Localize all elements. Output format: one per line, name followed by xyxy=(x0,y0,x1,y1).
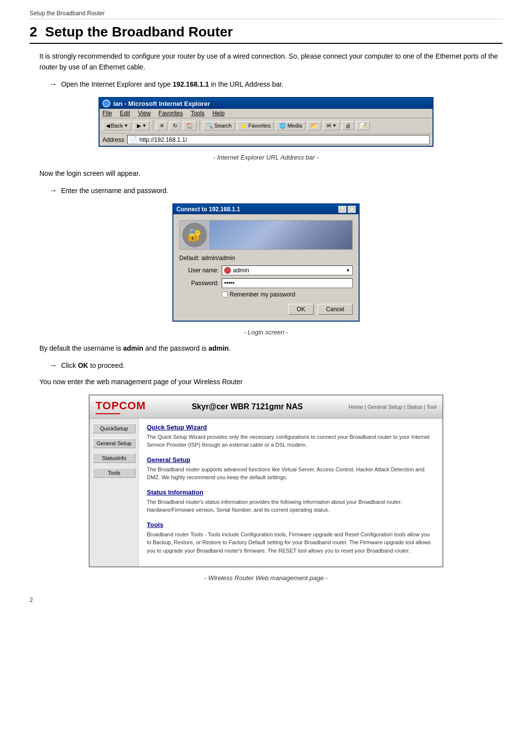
ie-title-bar: lan - Microsoft Internet Explorer xyxy=(100,98,432,109)
ie-toolbar: ◀ Back ▼ ▶ ▼ ✕ ↻ 🏠 🔍 Search ⭐ Favorites … xyxy=(100,118,432,133)
ie-star-icon: ⭐ xyxy=(240,123,247,129)
router-logo-area: TOPCOM xyxy=(96,399,146,414)
statusinfo-button[interactable]: StatusInfo xyxy=(93,453,135,463)
generalsetup-title: General Setup xyxy=(147,456,434,463)
ie-title-text: lan - Microsoft Internet Explorer xyxy=(113,100,210,107)
ie-title-icon xyxy=(102,99,110,107)
ie-address-label: Address xyxy=(102,136,124,143)
username-label: User name: xyxy=(179,267,219,274)
dialog-title-text: Connect to 192.168.1.1 xyxy=(176,206,240,213)
tools-text: Broadband router Tools - Tools include C… xyxy=(147,530,434,555)
status-title: Status Information xyxy=(147,489,434,496)
ie-favorites-button[interactable]: ⭐ Favorites xyxy=(237,121,274,131)
breadcrumb: Setup the Broadband Router xyxy=(30,10,502,19)
ie-menu-bar[interactable]: File Edit View Favorites Tools Help xyxy=(100,109,432,118)
ie-history-button[interactable]: 📂 xyxy=(307,121,321,131)
router-body: QuickSetup General Setup StatusInfo Tool… xyxy=(90,419,442,567)
dialog-body: 🔐 Default: admin/admin User name: admin … xyxy=(173,214,359,321)
router-model: Skyr@cer WBR 7121gmr NAS xyxy=(192,402,302,411)
general-setup-button[interactable]: General Setup xyxy=(93,438,135,448)
ie-edit-button[interactable]: 📝 xyxy=(356,121,370,131)
username-dropdown-icon[interactable]: ▼ xyxy=(346,268,350,273)
router-section-generalsetup: General Setup The Broadband router suppo… xyxy=(147,456,434,482)
router-logo: TOPCOM xyxy=(96,399,146,412)
ie-menu-file[interactable]: File xyxy=(102,110,112,117)
ie-forward-button[interactable]: ▶ ▼ xyxy=(133,121,150,131)
router-page-screenshot: TOPCOM Skyr@cer WBR 7121gmr NAS Home | G… xyxy=(89,394,443,568)
remember-label: Remember my password xyxy=(230,291,295,298)
quicksetup-text: The Quick Setup Wizard provides only the… xyxy=(147,433,434,449)
quicksetup-title: Quick Setup Wizard xyxy=(147,424,434,431)
default-info-text: By default the username is admin and the… xyxy=(39,343,502,354)
router-section-quicksetup: Quick Setup Wizard The Quick Setup Wizar… xyxy=(147,424,434,449)
chapter-number: 2 xyxy=(30,24,37,40)
remember-checkbox[interactable] xyxy=(222,292,228,297)
ie-refresh-button[interactable]: ↻ xyxy=(169,121,181,131)
ie-media-button[interactable]: 🌐 Media xyxy=(276,121,305,131)
ie-back-button[interactable]: ◀ Back ▼ xyxy=(102,121,132,131)
password-label: Password: xyxy=(179,280,219,287)
intro-text: It is strongly recommended to configure … xyxy=(39,51,502,73)
ie-address-value[interactable]: http://192.168.1.1/ xyxy=(139,136,187,143)
lock-icon: 🔐 xyxy=(182,223,207,247)
router-caption: - Wireless Router Web management page - xyxy=(30,574,502,582)
username-value: admin xyxy=(233,267,249,274)
dialog-icon-area: 🔐 xyxy=(179,220,353,250)
ie-browser-screenshot: lan - Microsoft Internet Explorer File E… xyxy=(99,97,433,147)
router-header: TOPCOM Skyr@cer WBR 7121gmr NAS Home | G… xyxy=(90,395,442,419)
dialog-title-buttons: ? ✕ xyxy=(338,206,356,213)
remember-row: Remember my password xyxy=(222,291,353,298)
ie-toolbar-separator2 xyxy=(200,120,200,131)
cancel-button[interactable]: Cancel xyxy=(318,304,353,315)
status-text: The Broadband router's status informatio… xyxy=(147,498,434,514)
ie-back-icon: ◀ xyxy=(106,123,110,129)
ie-menu-edit[interactable]: Edit xyxy=(120,110,130,117)
ie-toolbar-separator1 xyxy=(153,120,153,131)
ie-media-icon: 🌐 xyxy=(279,123,286,129)
user-icon xyxy=(224,267,231,274)
step1-arrow: → Open the Internet Explorer and type 19… xyxy=(49,78,502,91)
ie-back-arrow: ▼ xyxy=(124,123,128,128)
username-input[interactable]: admin ▼ xyxy=(222,265,353,275)
ie-home-icon: 🏠 xyxy=(186,123,193,129)
ie-history-icon: 📂 xyxy=(311,123,318,129)
dialog-close-button[interactable]: ✕ xyxy=(348,206,356,213)
login-dialog-wrapper: Connect to 192.168.1.1 ? ✕ 🔐 Default: ad… xyxy=(30,203,502,322)
ie-menu-favorites[interactable]: Favorites xyxy=(159,110,183,117)
ie-menu-view[interactable]: View xyxy=(138,110,151,117)
ie-caption: - Internet Explorer URL Address bar - xyxy=(30,154,502,161)
quicksetup-button[interactable]: QuickSetup xyxy=(93,424,135,433)
ie-stop-button[interactable]: ✕ xyxy=(156,121,167,131)
tools-button[interactable]: Tools xyxy=(93,468,135,478)
step3-arrow: → Click OK to proceed. xyxy=(49,359,502,372)
ie-mail-button[interactable]: ✉ ▼ xyxy=(323,121,340,131)
router-sidebar: QuickSetup General Setup StatusInfo Tool… xyxy=(90,419,139,567)
login-intro-text: Now the login screen will appear. xyxy=(39,168,502,179)
router-content: Quick Setup Wizard The Quick Setup Wizar… xyxy=(139,419,442,567)
ie-address-page-icon: 📄 xyxy=(130,136,137,143)
ok-button[interactable]: OK xyxy=(288,304,313,315)
ie-print-button[interactable]: 🖨 xyxy=(342,121,354,130)
ie-home-button[interactable]: 🏠 xyxy=(183,121,197,131)
password-input[interactable]: ••••• xyxy=(222,278,353,288)
username-row: User name: admin ▼ xyxy=(179,265,353,275)
dialog-buttons: OK Cancel xyxy=(179,304,353,315)
ie-forward-icon: ▶ xyxy=(137,123,141,129)
ie-refresh-icon: ↻ xyxy=(173,123,177,129)
ie-mail-icon: ✉ xyxy=(327,123,331,129)
router-section-tools: Tools Broadband router Tools - Tools inc… xyxy=(147,521,434,555)
password-dots: ••••• xyxy=(224,280,234,287)
ie-search-icon: 🔍 xyxy=(206,123,213,129)
router-nav-links[interactable]: Home | General Setup | Status | Tool xyxy=(349,404,436,410)
ie-address-bar[interactable]: Address 📄 http://192.168.1.1/ xyxy=(100,133,432,146)
dialog-help-button[interactable]: ? xyxy=(338,206,346,213)
ie-search-button[interactable]: 🔍 Search xyxy=(203,121,235,131)
chapter-title: Setup the Broadband Router xyxy=(45,24,233,40)
password-row: Password: ••••• xyxy=(179,278,353,288)
management-intro: You now enter the web management page of… xyxy=(39,376,502,387)
generalsetup-text: The Broadband router supports advanced f… xyxy=(147,465,434,482)
ie-menu-help[interactable]: Help xyxy=(212,110,225,117)
ie-menu-tools[interactable]: Tools xyxy=(191,110,204,117)
login-caption: - Login screen - xyxy=(30,329,502,336)
ie-address-input[interactable]: 📄 http://192.168.1.1/ xyxy=(127,135,430,144)
